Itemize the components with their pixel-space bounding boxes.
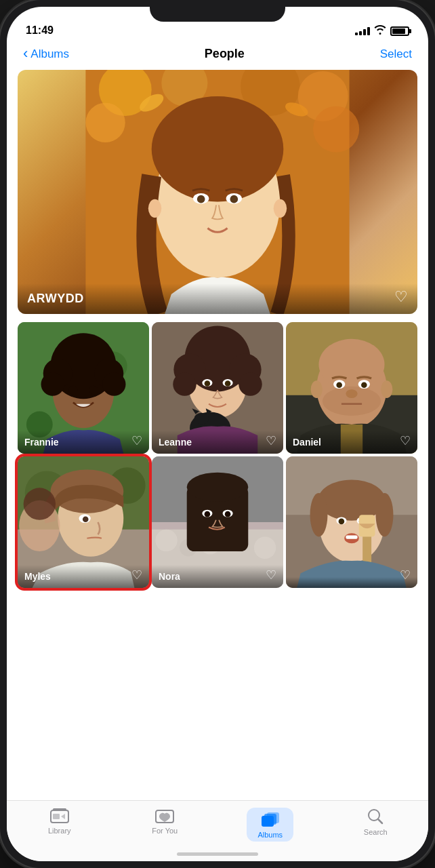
svg-point-72 [254, 537, 276, 559]
svg-point-64 [24, 488, 56, 519]
svg-point-84 [310, 493, 328, 537]
person-daniel-name: Daniel [293, 437, 321, 448]
person-myles-heart[interactable]: ♡ [131, 568, 142, 583]
chevron-left-icon [23, 46, 28, 62]
status-time: 11:49 [26, 24, 54, 37]
svg-point-88 [339, 519, 345, 525]
svg-point-25 [41, 372, 64, 395]
svg-point-45 [319, 339, 385, 390]
signal-bars-icon [355, 27, 370, 35]
tab-library-label: Library [48, 827, 71, 835]
featured-person-label: ARWYDD [18, 283, 417, 314]
person-daniel-heart[interactable]: ♡ [400, 433, 411, 448]
back-button[interactable]: Albums [23, 46, 69, 62]
people-grid: Frannie ♡ [18, 322, 417, 588]
svg-point-79 [225, 511, 231, 517]
wifi-icon [374, 25, 386, 37]
home-indicator [177, 852, 258, 856]
albums-icon [261, 812, 280, 828]
tab-albums[interactable]: Albums [218, 808, 323, 842]
person-leanne-heart[interactable]: ♡ [266, 433, 276, 448]
person-frannie-heart[interactable]: ♡ [131, 433, 142, 448]
svg-point-52 [311, 380, 323, 398]
content-area: ARWYDD ♡ [7, 70, 428, 791]
select-button[interactable]: Select [380, 47, 412, 61]
svg-point-50 [361, 382, 367, 388]
person-leanne-label: Leanne [152, 431, 283, 454]
person-card-myles[interactable]: Myles ♡ [18, 456, 149, 588]
featured-person-card[interactable]: ARWYDD ♡ [18, 70, 417, 314]
person-card-leanne[interactable]: Leanne ♡ [152, 322, 283, 454]
page-title: People [205, 47, 245, 61]
svg-point-75 [187, 473, 249, 502]
svg-point-14 [230, 195, 238, 203]
tab-foryou[interactable]: For You [112, 808, 218, 835]
notch [150, 0, 285, 22]
tab-library[interactable]: Library [7, 808, 112, 835]
person-leanne-name: Leanne [159, 437, 192, 448]
tab-albums-label: Albums [257, 831, 283, 839]
person-person6-heart[interactable]: ♡ [400, 568, 411, 583]
search-icon [367, 808, 384, 825]
featured-person-name: ARWYDD [27, 292, 84, 305]
foryou-icon [155, 808, 174, 824]
person-card-nora[interactable]: Nora ♡ [152, 456, 283, 588]
svg-rect-95 [53, 808, 66, 810]
person-frannie-name: Frannie [24, 437, 59, 448]
svg-point-34 [173, 372, 196, 395]
person-myles-name: Myles [24, 571, 51, 582]
svg-rect-93 [346, 535, 357, 538]
svg-point-51 [346, 389, 357, 398]
svg-point-10 [152, 96, 284, 202]
svg-point-49 [336, 382, 342, 388]
nav-bar: Albums People Select [7, 41, 428, 70]
svg-point-16 [274, 199, 287, 218]
svg-point-15 [148, 199, 161, 218]
person-person6-label [286, 577, 417, 588]
svg-point-68 [155, 530, 177, 551]
person-card-frannie[interactable]: Frannie ♡ [18, 322, 149, 454]
person-daniel-label: Daniel [286, 431, 417, 454]
svg-point-39 [225, 380, 231, 387]
library-icon [50, 808, 69, 824]
svg-point-62 [83, 516, 89, 522]
phone-frame: 11:49 [0, 0, 435, 868]
svg-point-13 [197, 195, 205, 203]
person-card-person6[interactable]: ♡ [286, 456, 417, 588]
battery-icon [390, 26, 409, 36]
tab-foryou-label: For You [152, 827, 178, 835]
person-frannie-label: Frannie [18, 431, 149, 454]
svg-point-26 [102, 372, 125, 395]
person-nora-name: Nora [159, 571, 180, 582]
svg-point-6 [313, 106, 359, 153]
phone-screen: 11:49 [7, 7, 428, 861]
svg-point-78 [205, 511, 211, 517]
tab-search[interactable]: Search [323, 808, 429, 836]
person-nora-label: Nora [152, 565, 283, 588]
svg-point-53 [381, 380, 392, 398]
svg-point-83 [318, 479, 385, 520]
svg-point-27 [68, 386, 77, 395]
status-icons [355, 25, 409, 37]
svg-rect-100 [267, 812, 279, 823]
svg-point-5 [85, 103, 125, 142]
person-myles-label: Myles [18, 565, 149, 588]
person-card-daniel[interactable]: Daniel ♡ [286, 322, 417, 454]
person-nora-heart[interactable]: ♡ [266, 568, 276, 583]
svg-point-41 [194, 413, 209, 425]
tab-search-label: Search [364, 828, 388, 836]
svg-point-35 [239, 372, 262, 395]
svg-rect-96 [53, 814, 60, 819]
svg-point-85 [376, 493, 394, 537]
featured-heart-button[interactable]: ♡ [394, 288, 408, 306]
svg-point-28 [89, 386, 98, 395]
svg-point-38 [205, 380, 211, 387]
